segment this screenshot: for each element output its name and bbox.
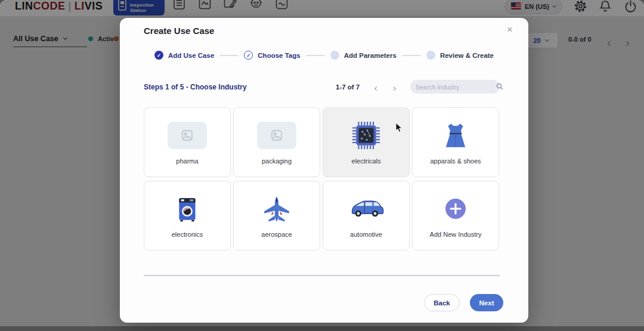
industry-card-electronics[interactable]: electronics (144, 181, 231, 250)
industry-card-automotive[interactable]: automotive (323, 181, 410, 250)
step-add-use-case[interactable]: ✓ Add Use Case (154, 51, 214, 60)
footer-divider (144, 275, 500, 276)
step-check-icon: ✓ (154, 51, 163, 60)
industry-card-add-new-industry[interactable]: Add New Industry (412, 181, 499, 250)
modal-subheader: Steps 1 of 5 - Choose Industry 1-7 of 7 (144, 80, 500, 94)
step-add-parameters[interactable]: Add Parameters (330, 51, 397, 60)
industry-next-button[interactable] (391, 81, 397, 94)
step-label: Add Parameters (344, 52, 397, 59)
chip-icon (352, 108, 380, 157)
next-button[interactable]: Next (470, 294, 503, 311)
industry-search (410, 80, 500, 94)
industry-card-pharma[interactable]: pharma (144, 107, 231, 177)
step-connector (220, 55, 238, 56)
step-connector (306, 55, 324, 56)
mouse-cursor (395, 122, 404, 135)
step-choose-tags[interactable]: ✓ Choose Tags (244, 51, 300, 60)
minivan-icon (348, 181, 384, 231)
stepper: ✓ Add Use Case ✓ Choose Tags Add Paramet… (120, 51, 528, 60)
step-progress-title: Steps 1 of 5 - Choose Industry (144, 83, 247, 91)
image-placeholder-icon (168, 108, 207, 157)
industry-card-apparals-shoes[interactable]: apparals & shoes (412, 107, 499, 177)
back-button[interactable]: Back (424, 294, 460, 311)
step-dot-icon (330, 51, 339, 60)
create-use-case-modal: Create Use Case × ✓ Add Use Case ✓ Choos… (120, 18, 528, 323)
add-plus-icon (444, 181, 467, 231)
step-connector (402, 55, 420, 56)
dress-icon (442, 108, 469, 157)
industry-card-electricals[interactable]: electricals (323, 107, 410, 177)
airplane-icon (262, 181, 291, 231)
industry-grid: pharma packaging electricals apparals & … (144, 107, 499, 250)
step-check-icon: ✓ (244, 51, 253, 60)
step-label: Choose Tags (258, 52, 300, 59)
close-icon[interactable]: × (503, 23, 516, 36)
step-label: Add Use Case (168, 52, 214, 59)
bottom-edge (0, 326, 644, 331)
image-placeholder-icon (257, 108, 296, 157)
step-review-create[interactable]: Review & Create (426, 51, 494, 60)
step-label: Review & Create (440, 52, 494, 59)
industry-card-aerospace[interactable]: aerospace (233, 181, 320, 250)
modal-footer: Back Next (424, 294, 503, 311)
step-dot-icon (426, 51, 435, 60)
industry-prev-button[interactable] (374, 81, 379, 94)
washing-machine-icon (174, 181, 201, 231)
industry-card-packaging[interactable]: packaging (233, 107, 320, 177)
search-icon (496, 82, 503, 92)
industry-range: 1-7 of 7 (336, 83, 360, 91)
modal-title: Create Use Case (144, 26, 214, 36)
search-input[interactable] (416, 83, 496, 91)
